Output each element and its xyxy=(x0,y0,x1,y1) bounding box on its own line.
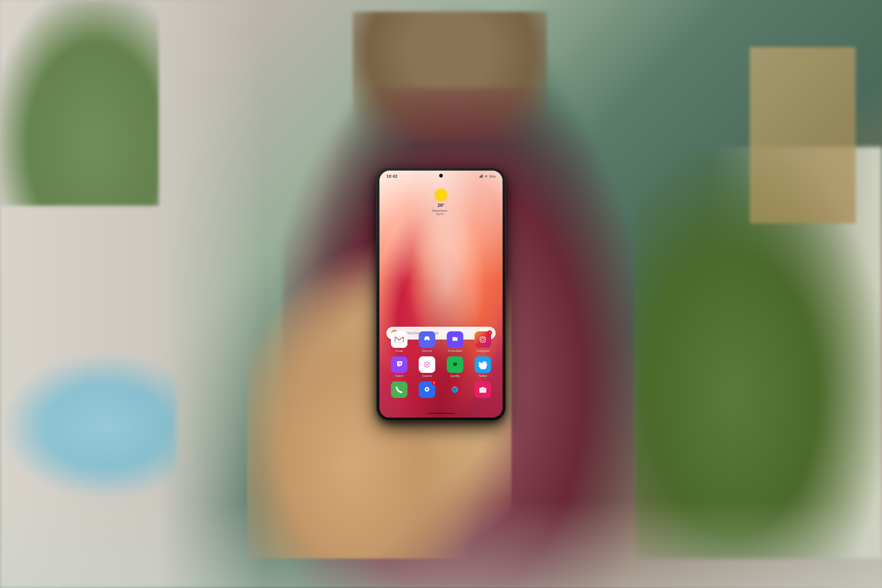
phone-shell: 10:42 xyxy=(377,168,505,420)
gmail-icon xyxy=(391,331,407,348)
svg-point-19 xyxy=(424,364,425,365)
weather-location: République... xyxy=(432,209,450,212)
phone-call-icon xyxy=(391,381,407,398)
discord-icon xyxy=(419,331,435,348)
wallpaper-top-gradient xyxy=(379,171,503,282)
weather-sun-icon xyxy=(435,189,447,201)
app-item-spotify[interactable]: Spotify xyxy=(442,356,468,378)
signal-badge: 5 xyxy=(431,381,436,385)
twitter-icon xyxy=(475,356,491,373)
weather-widget[interactable]: 28° République... Après... xyxy=(432,189,450,216)
protonmail-label: ProtonMail xyxy=(448,349,462,352)
svg-point-4 xyxy=(486,177,486,177)
status-time: 10:42 xyxy=(386,174,398,179)
app-item-discord[interactable]: Discord xyxy=(414,331,440,352)
svg-rect-14 xyxy=(399,362,400,364)
camera-app-icon xyxy=(475,381,491,398)
app-item-gmail[interactable]: Gmail xyxy=(386,331,412,352)
svg-rect-2 xyxy=(481,175,482,178)
app-item-twitter[interactable]: Twitter xyxy=(470,356,496,378)
app-item-camera[interactable] xyxy=(470,381,496,399)
signal-app-icon: 5 xyxy=(419,381,435,398)
svg-rect-0 xyxy=(479,176,480,178)
svg-point-22 xyxy=(428,362,430,363)
battery-indicator: 50% xyxy=(489,175,496,178)
svg-rect-1 xyxy=(480,176,481,178)
home-indicator[interactable] xyxy=(427,413,455,414)
svg-point-17 xyxy=(427,362,428,363)
wifi-icon xyxy=(484,175,488,178)
phone-screen: 10:42 xyxy=(379,171,503,418)
app-grid: Gmail Discord xyxy=(386,331,496,399)
app-item-signal[interactable]: 5 xyxy=(414,381,440,399)
front-camera xyxy=(439,174,443,177)
weather-description: Après... xyxy=(432,212,450,216)
twitter-label: Twitter xyxy=(478,374,487,378)
instagram-label: Instagram xyxy=(476,349,490,352)
svg-point-13 xyxy=(484,337,485,338)
svg-point-20 xyxy=(429,364,430,365)
gmail-label: Gmail xyxy=(395,349,403,352)
svg-point-27 xyxy=(426,388,428,390)
svg-point-24 xyxy=(428,366,430,367)
svg-point-12 xyxy=(481,338,484,341)
protonmail-icon xyxy=(447,331,463,348)
galerie-label: Galerie xyxy=(422,374,432,378)
app-item-protonmail[interactable]: ProtonMail xyxy=(442,331,468,352)
svg-rect-3 xyxy=(482,174,482,178)
spotify-icon xyxy=(447,356,463,373)
svg-point-33 xyxy=(482,390,484,391)
svg-rect-15 xyxy=(400,362,401,364)
discord-label: Discord xyxy=(422,349,432,352)
firefox-app-icon xyxy=(447,381,463,398)
twitch-label: Twitch xyxy=(395,374,403,378)
svg-point-21 xyxy=(425,362,426,363)
phone: 10:42 xyxy=(377,168,505,420)
svg-point-16 xyxy=(426,364,428,365)
galerie-icon xyxy=(419,356,435,373)
weather-temperature: 28° xyxy=(432,203,450,208)
signal-icon xyxy=(479,174,483,178)
app-item-twitch[interactable]: Twitch xyxy=(386,356,412,378)
app-item-galerie[interactable]: Galerie xyxy=(414,356,440,378)
twitch-icon xyxy=(391,356,407,373)
instagram-icon: 2 xyxy=(475,331,491,348)
svg-point-25 xyxy=(452,361,458,368)
app-item-firefox[interactable] xyxy=(442,381,468,399)
status-icons: 50% xyxy=(479,174,496,178)
app-item-phone[interactable] xyxy=(386,381,412,399)
spotify-label: Spotify xyxy=(451,374,460,378)
svg-point-34 xyxy=(485,388,485,389)
instagram-badge: 2 xyxy=(487,330,492,335)
svg-point-23 xyxy=(425,366,426,367)
svg-point-18 xyxy=(427,366,428,368)
app-item-instagram[interactable]: 2 Instagram xyxy=(470,331,496,352)
